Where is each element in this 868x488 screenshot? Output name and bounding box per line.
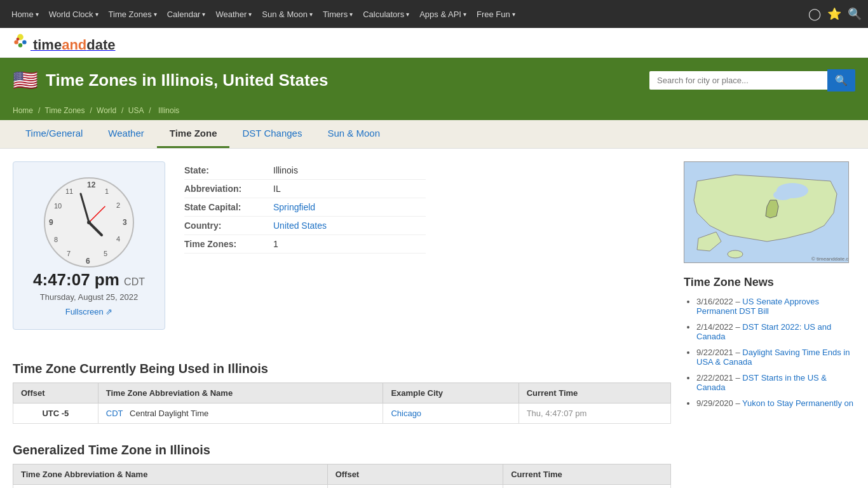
clock-face-svg: 12 3 6 9 1 2 4 5 7 8 10 11 [41, 175, 137, 270]
breadcrumb-usa[interactable]: USA [128, 106, 144, 115]
breadcrumb-illinois: Illinois [158, 106, 179, 115]
state-row: State: Illinois [184, 161, 426, 180]
news-date: 9/22/2021 [696, 348, 733, 357]
nav-free-fun[interactable]: Free Fun ▾ [471, 0, 520, 28]
col-city: Example City [383, 383, 519, 403]
state-value: Illinois [273, 165, 298, 175]
breadcrumb-home[interactable]: Home [13, 106, 33, 115]
svg-text:3: 3 [123, 218, 127, 227]
search-input[interactable] [649, 71, 827, 90]
nav-fun-arrow: ▾ [512, 11, 515, 18]
tab-dst-changes[interactable]: DST Changes [229, 120, 315, 148]
search-button[interactable]: 🔍 [827, 69, 855, 92]
clock-time-display: 4:47:07 pm CDT [33, 270, 145, 290]
nav-home-arrow: ▾ [36, 11, 39, 18]
nav-apps-api[interactable]: Apps & API ▾ [414, 0, 471, 28]
breadcrumb-time-zones[interactable]: Time Zones [45, 106, 85, 115]
nav-tz-label: Time Zones [109, 10, 152, 19]
state-label: State: [184, 165, 273, 175]
svg-text:1: 1 [105, 187, 109, 195]
nav-cal-arrow: ▾ [202, 11, 205, 18]
news-sep: – [735, 373, 742, 383]
abbr-row: Abbreviation: IL [184, 180, 426, 198]
generalized-zone-table: Time Zone Abbreviation & Name Offset Cur… [13, 464, 671, 488]
generalized-zone-header: Time Zone Abbreviation & Name Offset Cur… [13, 464, 671, 485]
city-link[interactable]: Chicago [391, 409, 421, 418]
nav-wc-arrow: ▾ [95, 11, 98, 18]
nav-weather-label: Weather [215, 10, 247, 19]
clock-timezone: CDT [124, 276, 145, 287]
gen-offset-cell: UTC -6:00 / -5:00 [327, 485, 503, 489]
news-list: 3/16/2022 – US Senate Approves Permanent… [684, 297, 855, 408]
nav-calendar[interactable]: Calendar ▾ [162, 0, 211, 28]
nav-calculators[interactable]: Calculators ▾ [358, 0, 414, 28]
main-content: 12 3 6 9 1 2 4 5 7 8 10 11 [0, 149, 868, 488]
gen-tz-cell: CT Central Time [13, 485, 328, 489]
zones-label: Time Zones: [184, 239, 273, 249]
us-map-svg: © timeanddate.com [684, 162, 849, 263]
us-flag-icon: 🇺🇸 [13, 68, 38, 92]
svg-point-3 [22, 40, 26, 44]
svg-text:12: 12 [87, 180, 96, 189]
svg-text:6: 6 [86, 257, 90, 266]
news-sep: – [735, 322, 742, 332]
list-item: 9/22/2021 – Daylight Saving Time Ends in… [696, 348, 855, 367]
tab-time-general[interactable]: Time/General [13, 120, 95, 148]
svg-point-21 [87, 220, 91, 224]
nav-time-zones[interactable]: Time Zones ▾ [104, 0, 162, 28]
abbr-value: IL [273, 184, 281, 194]
generalized-zone-title: Generalized Time Zone in Illinois [13, 443, 671, 458]
gen-col-time: Current Time [503, 464, 671, 485]
breadcrumb-world[interactable]: World [97, 106, 116, 115]
nav-timers[interactable]: Timers ▾ [318, 0, 358, 28]
logo-text: timeanddate [33, 37, 116, 53]
news-sep: – [735, 297, 742, 306]
tab-sun-moon[interactable]: Sun & Moon [315, 120, 393, 148]
list-item: 2/14/2022 – DST Start 2022: US and Canad… [696, 322, 855, 341]
nav-weather[interactable]: Weather ▾ [210, 0, 257, 28]
us-map[interactable]: © timeanddate.com [684, 161, 849, 263]
nav-world-clock[interactable]: World Clock ▾ [44, 0, 104, 28]
news-section: Time Zone News 3/16/2022 – US Senate App… [684, 276, 855, 408]
search-icon[interactable]: 🔍 [848, 7, 862, 21]
logo-icon [10, 32, 31, 50]
nav-calc-label: Calculators [363, 10, 404, 19]
news-sep: – [735, 398, 742, 408]
list-item: 2/22/2021 – DST Starts in the US & Canad… [696, 373, 855, 392]
capital-value: Springfield [273, 202, 315, 212]
breadcrumb-sep2: / [90, 106, 94, 115]
share-icon[interactable]: ⭐ [827, 7, 841, 21]
country-label: Country: [184, 220, 273, 231]
fullscreen-link[interactable]: Fullscreen ⇗ [65, 307, 113, 316]
account-icon[interactable]: ◯ [808, 7, 821, 21]
tab-time-zone[interactable]: Time Zone [157, 120, 230, 148]
svg-text:7: 7 [67, 250, 71, 257]
breadcrumb-sep1: / [38, 106, 43, 115]
nav-cal-label: Calendar [167, 10, 201, 19]
tab-weather[interactable]: Weather [95, 120, 156, 148]
fullscreen-label: Fullscreen [65, 307, 104, 316]
news-link[interactable]: Yukon to Stay Permanently on [742, 398, 853, 408]
page-title-group: 🇺🇸 Time Zones in Illinois, United States [13, 68, 329, 92]
col-tz-name: Time Zone Abbreviation & Name [98, 383, 383, 403]
current-zone-header: Offset Time Zone Abbreviation & Name Exa… [13, 383, 671, 403]
tz-abbr-link[interactable]: CDT [106, 409, 123, 418]
zones-row: Time Zones: 1 [184, 235, 426, 254]
country-link[interactable]: United States [273, 220, 327, 231]
clock-info-row: 12 3 6 9 1 2 4 5 7 8 10 11 [13, 161, 671, 342]
site-logo[interactable]: timeanddate [10, 32, 116, 53]
capital-row: State Capital: Springfield [184, 198, 426, 217]
nav-weather-arrow: ▾ [248, 11, 252, 18]
svg-point-2 [18, 43, 22, 47]
tab-bar: Time/General Weather Time Zone DST Chang… [0, 120, 868, 149]
nav-sun-moon[interactable]: Sun & Moon ▾ [257, 0, 318, 28]
map-container: © timeanddate.com [684, 161, 855, 263]
news-date: 3/16/2022 [696, 297, 733, 306]
gen-col-tz-name: Time Zone Abbreviation & Name [13, 464, 328, 485]
news-date: 2/14/2022 [696, 322, 733, 332]
capital-link[interactable]: Springfield [273, 202, 315, 212]
nav-home[interactable]: Home ▾ [6, 0, 44, 28]
page-title: Time Zones in Illinois, United States [46, 71, 329, 90]
nav-timers-label: Timers [323, 10, 348, 19]
svg-text:11: 11 [65, 187, 73, 195]
